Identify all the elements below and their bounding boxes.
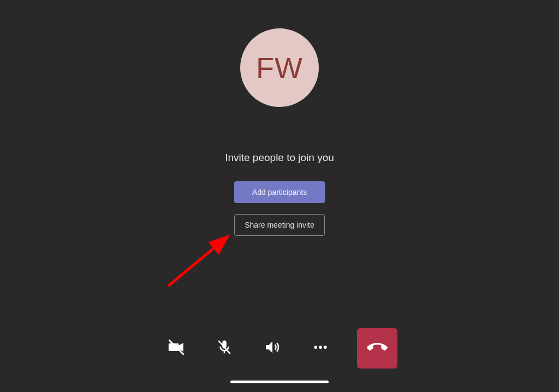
add-participants-label: Add participants bbox=[252, 188, 307, 197]
speaker-button[interactable] bbox=[258, 334, 287, 363]
invite-heading: Invite people to join you bbox=[225, 152, 334, 164]
add-participants-button[interactable]: Add participants bbox=[234, 181, 325, 203]
mic-off-icon bbox=[216, 339, 233, 358]
home-indicator[interactable] bbox=[230, 381, 329, 383]
share-invite-label: Share meeting invite bbox=[245, 221, 314, 229]
more-icon bbox=[312, 339, 329, 358]
more-options-button[interactable] bbox=[306, 334, 335, 363]
camera-off-icon bbox=[167, 338, 186, 359]
svg-point-5 bbox=[324, 346, 327, 349]
speaker-icon bbox=[264, 338, 281, 358]
hangup-button[interactable] bbox=[357, 328, 397, 369]
camera-toggle-button[interactable] bbox=[162, 334, 191, 363]
avatar: FW bbox=[240, 28, 319, 107]
svg-point-4 bbox=[319, 346, 322, 349]
share-meeting-invite-button[interactable]: Share meeting invite bbox=[234, 214, 325, 236]
call-control-bar bbox=[140, 318, 419, 379]
hangup-icon bbox=[367, 337, 388, 360]
svg-point-3 bbox=[314, 346, 317, 349]
avatar-initials: FW bbox=[256, 51, 303, 85]
mic-toggle-button[interactable] bbox=[210, 334, 239, 363]
